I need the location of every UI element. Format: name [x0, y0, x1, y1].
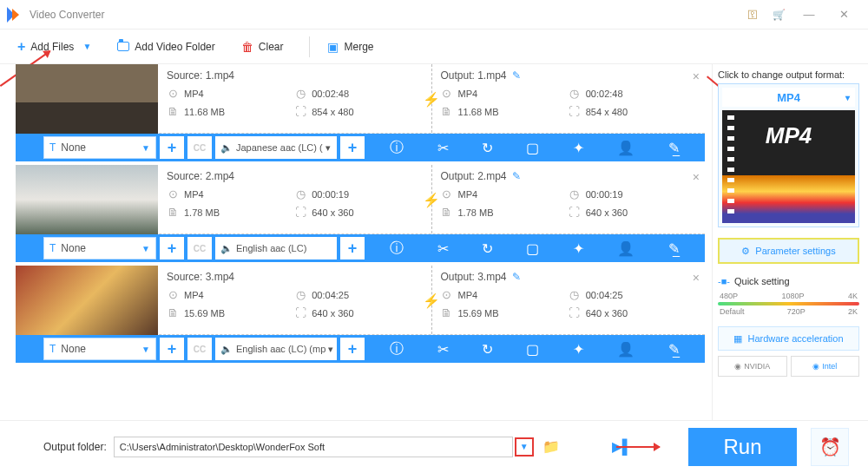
format-thumbnail: MP4: [722, 110, 855, 223]
quality-slider[interactable]: 480P1080P4K Default720P2K: [718, 292, 859, 316]
rename-icon[interactable]: ✎: [512, 69, 521, 82]
rotate-icon[interactable]: ↻: [482, 140, 493, 156]
speaker-icon: 🔈: [220, 142, 233, 154]
cart-icon[interactable]: 🛒: [766, 9, 792, 21]
plus-icon: +: [17, 39, 25, 55]
param-label: Parameter settings: [755, 246, 835, 256]
intel-icon: ◉: [812, 362, 819, 371]
info-icon[interactable]: ⓘ: [390, 139, 404, 157]
titlebar: Video Converter ⚿ 🛒 — ✕: [0, 0, 868, 30]
edit-icon[interactable]: ✎̲: [668, 240, 680, 257]
sliders-icon: ⚙: [741, 246, 750, 257]
toolbar: + Add Files ▼ Add Video Folder 🗑 Clear ▣…: [0, 30, 868, 64]
list-item: Source: 1.mp4 ⊙MP4 ◷00:02:48 🗎11.68 MB ⛶…: [16, 64, 705, 161]
watermark-icon[interactable]: 👤: [617, 140, 635, 156]
add-audio-button[interactable]: +: [340, 237, 365, 259]
clock-icon: ◷: [569, 87, 581, 100]
effects-icon[interactable]: ✦: [573, 341, 584, 358]
subtitle-select[interactable]: TNone▼: [43, 136, 156, 159]
effects-icon[interactable]: ✦: [573, 240, 584, 257]
list-item: Source: 2.mp4 ⊙MP4 ◷00:00:19 🗎1.78 MB ⛶6…: [16, 165, 705, 262]
clear-button[interactable]: 🗑 Clear: [241, 40, 284, 54]
rotate-icon[interactable]: ↻: [482, 341, 493, 358]
subtitle-select[interactable]: TNone▼: [43, 237, 156, 259]
output-format-button[interactable]: MP4 MP4: [718, 83, 859, 227]
info-icon[interactable]: ⓘ: [390, 340, 404, 358]
output-label: Output: 2.mp4: [441, 170, 507, 182]
crop-icon[interactable]: ▢: [526, 341, 539, 358]
add-audio-button[interactable]: +: [340, 136, 365, 159]
file-list: Source: 1.mp4 ⊙MP4 ◷00:02:48 🗎11.68 MB ⛶…: [0, 64, 712, 420]
source-label: Source: 2.mp4: [167, 170, 423, 182]
audio-select[interactable]: 🔈Japanese aac (LC) ( ▾: [215, 136, 337, 159]
merge-label: Merge: [344, 41, 373, 53]
chevron-down-icon[interactable]: ▼: [82, 42, 91, 51]
add-folder-label: Add Video Folder: [135, 41, 215, 53]
thumbnail[interactable]: [16, 266, 158, 335]
merge-button[interactable]: ▣ Merge: [327, 40, 373, 54]
crop-icon[interactable]: ▢: [526, 140, 539, 156]
resolution-icon: ⛶: [294, 105, 306, 118]
file-icon: 🗎: [441, 105, 453, 118]
footer: Output folder: ▼ 📁 ▶▌ Run ⏰: [0, 420, 868, 472]
audio-select[interactable]: 🔈English aac (LC) (mp ▾: [215, 338, 337, 360]
parameter-settings-button[interactable]: ⚙ Parameter settings: [718, 238, 859, 264]
chip-icon: ▦: [733, 333, 742, 345]
hardware-accel-button[interactable]: ▦ Hardware acceleration: [718, 326, 859, 351]
add-subtitle-button[interactable]: +: [160, 237, 184, 259]
remove-item-button[interactable]: ×: [693, 170, 700, 184]
open-folder-icon[interactable]: 📁: [542, 438, 560, 455]
add-files-button[interactable]: + Add Files ▼: [17, 39, 91, 55]
folder-icon: [117, 42, 129, 51]
run-button[interactable]: Run: [688, 428, 797, 466]
nvidia-icon: ◉: [734, 362, 741, 371]
add-subtitle-button[interactable]: +: [160, 338, 184, 360]
divider: [309, 36, 310, 57]
right-panel: Click to change output format: MP4 MP4 ⚙…: [712, 64, 868, 420]
audio-select[interactable]: 🔈English aac (LC): [215, 237, 337, 259]
output-folder-dropdown[interactable]: ▼: [515, 437, 534, 457]
thumbnail[interactable]: [16, 64, 158, 134]
edit-icon[interactable]: ✎̲: [668, 341, 680, 358]
minimize-button[interactable]: —: [792, 8, 826, 21]
rename-icon[interactable]: ✎: [512, 170, 521, 182]
crop-icon[interactable]: ▢: [526, 240, 539, 257]
add-subtitle-button[interactable]: +: [160, 136, 184, 159]
remove-item-button[interactable]: ×: [693, 271, 700, 285]
watermark-icon[interactable]: 👤: [617, 341, 635, 358]
intel-button[interactable]: ◉Intel: [791, 356, 860, 377]
cc-button[interactable]: CC: [187, 237, 212, 259]
merge-icon: ▣: [327, 40, 339, 54]
cc-button[interactable]: CC: [187, 338, 212, 360]
thumbnail[interactable]: [16, 165, 158, 234]
app-title: Video Converter: [30, 9, 105, 21]
add-audio-button[interactable]: +: [340, 338, 365, 360]
resolution-icon: ⛶: [569, 105, 581, 118]
file-icon: 🗎: [167, 105, 179, 118]
watermark-icon[interactable]: 👤: [617, 240, 635, 257]
cut-icon[interactable]: ✂: [437, 140, 449, 156]
subtitle-select[interactable]: TNone▼: [43, 338, 156, 360]
nvidia-button[interactable]: ◉NVIDIA: [718, 356, 787, 377]
format-label: MP4: [777, 91, 800, 104]
edit-icon[interactable]: ✎̲: [668, 140, 680, 156]
add-files-label: Add Files: [30, 41, 74, 53]
close-window-button[interactable]: ✕: [826, 8, 861, 21]
cc-button[interactable]: CC: [187, 136, 212, 159]
output-folder-input[interactable]: [114, 437, 513, 457]
rename-icon[interactable]: ✎: [512, 271, 521, 283]
rotate-icon[interactable]: ↻: [482, 240, 493, 257]
remove-item-button[interactable]: ×: [693, 69, 700, 83]
bolt-icon: ⚡: [423, 191, 440, 207]
key-icon[interactable]: ⚿: [740, 9, 766, 21]
effects-icon[interactable]: ✦: [573, 140, 584, 156]
info-icon[interactable]: ⓘ: [390, 240, 404, 258]
add-folder-button[interactable]: Add Video Folder: [117, 41, 215, 53]
schedule-button[interactable]: ⏰: [811, 428, 849, 466]
app-logo-icon: [7, 7, 23, 23]
item-controls: TNone▼ + CC 🔈Japanese aac (LC) ( ▾ + ⓘ ✂…: [16, 134, 705, 161]
source-label: Source: 1.mp4: [167, 69, 423, 82]
cut-icon[interactable]: ✂: [437, 240, 449, 257]
output-label: Output: 1.mp4: [441, 69, 507, 82]
cut-icon[interactable]: ✂: [437, 341, 449, 358]
